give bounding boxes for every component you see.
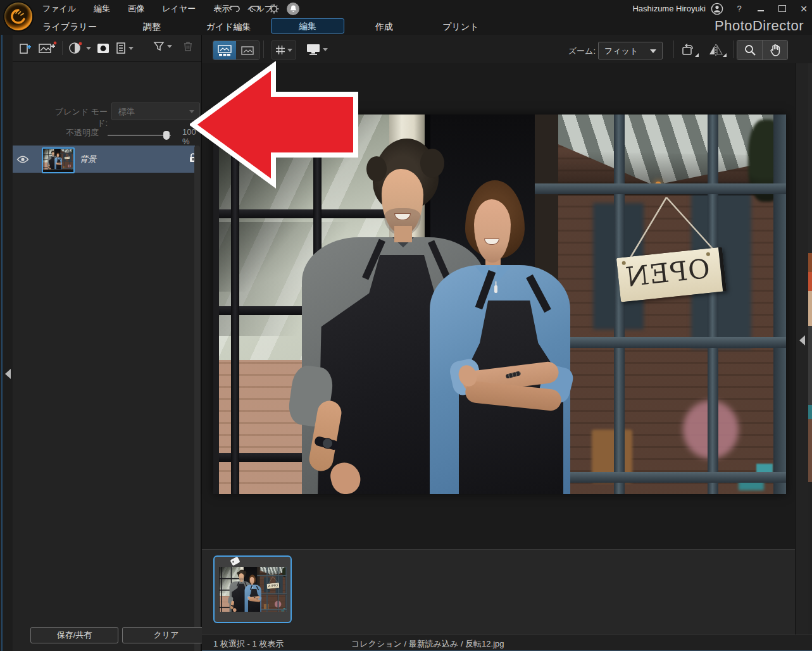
collapse-right-panel-arrow[interactable] — [799, 335, 805, 345]
maximize-button[interactable] — [778, 4, 787, 13]
menu-layer[interactable]: レイヤー — [160, 2, 197, 16]
grid-overlay-button[interactable] — [272, 40, 296, 59]
mask-icon[interactable] — [96, 39, 110, 57]
mode-tab-bar: ライブラリー 調整 ガイド編集 編集 作成 プリント PhotoDirector — [0, 17, 812, 35]
wrist-watch — [48, 166, 49, 167]
collapse-left-panel-arrow[interactable] — [5, 369, 11, 379]
avatar-icon — [711, 3, 723, 15]
tab-guided-edit[interactable]: ガイド編集 — [199, 20, 258, 34]
display-proof-button[interactable] — [303, 40, 330, 58]
brand-wordmark: PhotoDirector — [715, 18, 804, 34]
layers-list: OPEN 背景 — [13, 70, 201, 639]
layers-toolbar — [13, 35, 201, 62]
layer-menu-icon[interactable] — [115, 39, 134, 57]
zoom-tool-button[interactable] — [737, 40, 762, 59]
close-button[interactable]: ✕ — [799, 4, 808, 13]
help-button[interactable]: ? — [735, 4, 744, 13]
tab-create[interactable]: 作成 — [359, 20, 409, 34]
zoom-value: フィット — [604, 46, 638, 57]
filter-layers-icon[interactable] — [153, 40, 172, 53]
open-sign-text: OPEN — [267, 583, 279, 588]
shop-couple-photo: OPEN — [43, 149, 73, 170]
menu-image[interactable]: 画像 — [126, 2, 146, 16]
menu-file[interactable]: ファイル — [41, 2, 78, 16]
layer-row-background[interactable] — [13, 146, 195, 173]
layers-scrollbar[interactable] — [194, 146, 200, 651]
zoom-label: ズーム: — [568, 46, 596, 57]
add-image-layer-icon[interactable] — [38, 39, 57, 57]
red-callout-arrow — [190, 61, 362, 189]
undo-icon[interactable] — [228, 3, 242, 15]
viewer-toolbar: ズーム: フィット — [202, 35, 812, 64]
flip-button[interactable] — [703, 40, 728, 59]
tab-adjustment[interactable]: 調整 — [127, 20, 177, 34]
layers-panel: ブレンド モード: 標準 不透明度 100 % — [13, 35, 202, 651]
zoom-dropdown[interactable]: フィット — [598, 42, 663, 59]
user-name: Hashizume Hiroyuki — [632, 4, 706, 13]
menu-edit[interactable]: 編集 — [92, 2, 112, 16]
left-edge-strip — [0, 35, 13, 651]
clear-button[interactable]: クリア — [122, 627, 210, 643]
breadcrumb: コレクション / 最新読み込み / 反転12.jpg — [351, 638, 504, 650]
minimize-button[interactable] — [756, 4, 765, 13]
filmstrip-panel: OPEN — [202, 549, 795, 635]
redo-icon[interactable] — [247, 3, 261, 15]
collapsed-panel-sliver — [808, 63, 812, 635]
notification-bell-icon[interactable] — [287, 3, 299, 15]
hand-pan-tool-button[interactable] — [762, 40, 787, 59]
layer-thumbnail[interactable]: OPEN — [42, 147, 75, 173]
adjustment-layer-icon[interactable] — [68, 39, 91, 57]
selection-count-text: 1 枚選択 - 1 枚表示 — [213, 638, 284, 650]
photodirector-window: ファイル 編集 画像 レイヤー 表示 ヘルプ Hashizume Hiroyuk… — [0, 0, 812, 651]
photodirector-logo — [4, 3, 32, 30]
layer-visibility-eye-icon[interactable] — [16, 155, 29, 164]
settings-gear-icon[interactable] — [267, 3, 281, 15]
delete-layer-icon[interactable] — [182, 40, 194, 53]
new-layer-icon[interactable] — [18, 39, 33, 57]
account-area[interactable]: Hashizume Hiroyuki — [632, 0, 723, 17]
open-sign-text: OPEN — [617, 253, 718, 294]
tag-icon — [230, 557, 240, 566]
tab-edit-active[interactable]: 編集 — [271, 18, 344, 34]
rotate-button[interactable] — [675, 40, 701, 59]
save-share-button[interactable]: 保存/共有 — [30, 627, 118, 643]
layer-name: 背景 — [80, 154, 96, 165]
filmstrip-thumbnail-selected[interactable]: OPEN — [213, 555, 292, 623]
status-bar: 1 枚選択 - 1 枚表示 コレクション / 最新読み込み / 反転12.jpg — [202, 635, 812, 650]
title-bar: ファイル 編集 画像 レイヤー 表示 ヘルプ Hashizume Hiroyuk… — [0, 0, 812, 17]
shop-couple-photo: OPEN — [219, 567, 287, 612]
right-edge-strip — [795, 63, 809, 635]
viewer-only-mode-button[interactable] — [236, 41, 259, 59]
open-sign-text: OPEN — [65, 157, 70, 159]
tab-print[interactable]: プリント — [435, 20, 487, 34]
tab-library[interactable]: ライブラリー — [38, 20, 101, 34]
viewer-browser-mode-button[interactable] — [213, 41, 236, 59]
